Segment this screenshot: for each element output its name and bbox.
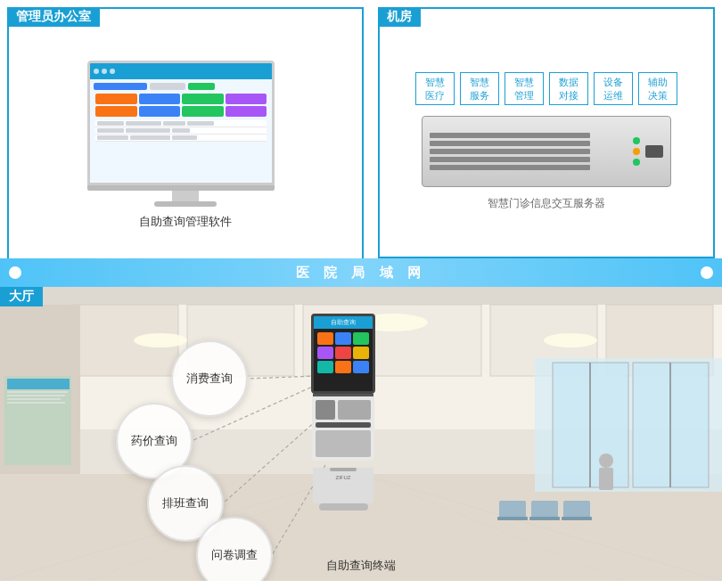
category-zhihui-guanli: 智慧管理 <box>505 72 544 105</box>
kiosk-body <box>312 396 374 461</box>
kiosk-icon-4 <box>317 347 333 359</box>
screen-dot-3 <box>110 69 115 74</box>
svg-rect-29 <box>531 501 558 519</box>
kiosk-brand: ZIFUZ <box>313 475 373 480</box>
kiosk-lower-slot <box>330 468 357 471</box>
screen-icon-6 <box>139 106 181 117</box>
kiosk-lower-panel <box>316 430 371 457</box>
category-fuzhu-juece: 辅助决策 <box>638 72 677 105</box>
screen-block <box>94 83 147 90</box>
kiosk-icon-7 <box>317 361 333 373</box>
table-cell-2 <box>126 121 161 126</box>
screen-block-2 <box>150 83 185 90</box>
svg-point-34 <box>599 453 613 468</box>
svg-rect-35 <box>599 468 613 490</box>
kiosk-icon-grid <box>314 329 373 377</box>
kiosk-icon-3 <box>353 332 369 345</box>
lobby-section: 大厅 <box>0 287 722 581</box>
admin-office-section: 管理员办公室 <box>7 7 364 265</box>
svg-rect-33 <box>562 517 592 520</box>
table-cell <box>97 121 124 126</box>
screen-dot <box>94 69 99 74</box>
table-cell-3 <box>163 121 185 126</box>
screen-icon-7 <box>182 106 224 117</box>
server-port <box>645 145 663 158</box>
kiosk-body-panel <box>338 400 371 420</box>
screen-icon-3 <box>182 94 224 104</box>
server-name-label: 智慧门诊信息交互服务器 <box>488 196 605 211</box>
svg-rect-28 <box>499 501 526 519</box>
kiosk-screen-title: 自助查询 <box>314 316 373 329</box>
svg-rect-30 <box>563 501 590 519</box>
server-slot-3 <box>430 149 590 154</box>
lobby-label: 大厅 <box>0 287 43 306</box>
screen-table <box>95 120 267 142</box>
svg-rect-22 <box>7 402 65 404</box>
svg-rect-20 <box>7 395 65 396</box>
kiosk-terminal-label: 自助查询终端 <box>326 558 396 574</box>
monitor-foot <box>154 201 217 207</box>
svg-rect-19 <box>7 391 68 393</box>
server-slot-1 <box>430 133 590 138</box>
svg-rect-31 <box>497 517 528 520</box>
category-zhihui-fuwu: 智慧服务 <box>460 72 499 105</box>
screen-icon-grid <box>95 94 267 117</box>
table-cell-6 <box>126 128 170 133</box>
kiosk-icon-2 <box>335 332 351 345</box>
server-front <box>423 117 670 186</box>
screen-icon-5 <box>95 106 137 117</box>
screen-icon-4 <box>226 94 267 104</box>
table-cell-9 <box>130 135 170 140</box>
screen-icon-2 <box>139 94 181 104</box>
screen-icon-8 <box>226 106 267 117</box>
bubble-xiaofei: 消费查询 <box>171 340 248 417</box>
server-light-1 <box>633 137 640 144</box>
server-slot-5 <box>430 165 590 170</box>
table-cell-8 <box>97 135 128 140</box>
table-cell-10 <box>172 135 197 140</box>
server-light-2 <box>633 148 640 155</box>
kiosk-screen: 自助查询 <box>311 314 375 394</box>
table-cell-4 <box>187 121 214 126</box>
screen-block-3 <box>188 83 215 90</box>
server-light-3 <box>633 159 640 166</box>
category-zhihui-yiliao: 智慧医疗 <box>415 72 455 105</box>
kiosk-card-reader <box>316 400 335 420</box>
server-slot-2 <box>430 141 590 146</box>
category-shebei-yunwei: 设备运维 <box>594 72 633 105</box>
kiosk-icon-8 <box>335 361 351 373</box>
server-category-labels: 智慧医疗 智慧服务 智慧管理 数据对接 设备运维 辅助决策 <box>415 72 677 105</box>
machine-room-section: 机房 智慧医疗 智慧服务 智慧管理 数据对接 设备运维 辅助决策 <box>378 7 715 258</box>
server-slots <box>430 133 626 170</box>
table-cell-5 <box>97 128 124 133</box>
kiosk-icon-6 <box>353 347 369 359</box>
table-cell-7 <box>172 128 190 133</box>
monitor-screen <box>87 61 275 185</box>
kiosk-machine: 自助查询 ZIFUZ <box>308 314 379 510</box>
server-illustration <box>422 116 671 187</box>
server-lights <box>633 137 640 166</box>
machine-room-label: 机房 <box>378 7 421 27</box>
screen-dot-2 <box>102 69 107 74</box>
category-shuju-duijie: 数据对接 <box>549 72 588 105</box>
svg-point-8 <box>134 333 187 347</box>
server-slot-4 <box>430 157 590 162</box>
kiosk-slot <box>316 422 371 428</box>
monitor-illustration <box>87 61 283 203</box>
svg-rect-2 <box>0 287 722 305</box>
svg-point-10 <box>544 333 597 347</box>
kiosk-icon-9 <box>353 361 369 373</box>
kiosk-base <box>319 503 368 510</box>
admin-office-label: 管理员办公室 <box>7 7 100 27</box>
kiosk-lower-body: ZIFUZ <box>313 468 373 503</box>
kiosk-icon-1 <box>317 332 333 345</box>
machine-room-content: 智慧医疗 智慧服务 智慧管理 数据对接 设备运维 辅助决策 <box>380 9 713 257</box>
network-label: 医 院 局 域 网 <box>296 265 426 282</box>
screen-icon-1 <box>95 94 137 104</box>
admin-software-label: 自助查询管理软件 <box>139 214 232 230</box>
admin-office-content: 自助查询管理软件 <box>9 9 362 264</box>
svg-rect-32 <box>529 517 560 520</box>
kiosk-icon-5 <box>335 347 351 359</box>
svg-rect-18 <box>7 379 70 389</box>
monitor-stand <box>172 191 199 201</box>
